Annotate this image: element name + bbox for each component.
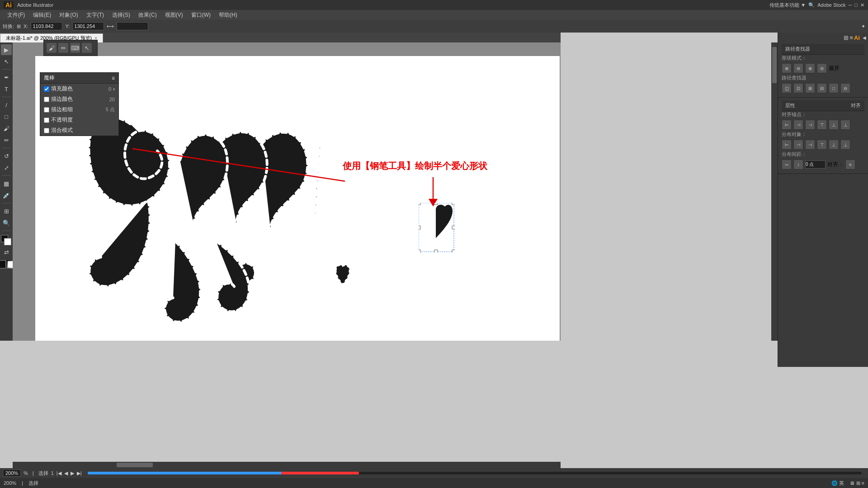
menu-effect[interactable]: 效果(C): [135, 10, 160, 20]
tool-pen[interactable]: ✒: [1, 72, 12, 83]
fill-color-checkbox[interactable]: [44, 86, 49, 92]
title-search[interactable]: 🔍: [808, 2, 815, 8]
shape-expand-btn[interactable]: 展开: [829, 65, 842, 72]
x-input[interactable]: [31, 22, 62, 30]
pf-crop-btn[interactable]: ⊟: [817, 83, 827, 93]
stroke-panel-expand[interactable]: ≡: [112, 75, 115, 81]
pf-divide-btn[interactable]: ◫: [782, 83, 792, 93]
pathfinder-header[interactable]: 路径查找器: [782, 44, 864, 55]
dist-center-v-btn[interactable]: ⊥: [829, 140, 839, 150]
tool-eyedropper[interactable]: 💉: [1, 190, 12, 201]
tool-zoom[interactable]: 🔍: [1, 217, 12, 228]
play-next[interactable]: ▶|: [77, 470, 82, 476]
align-top-btn[interactable]: ⊤: [817, 120, 827, 130]
tool-rotate[interactable]: ↺: [1, 150, 12, 161]
y-input[interactable]: [72, 22, 104, 30]
menu-help[interactable]: 帮助(H): [215, 10, 241, 20]
right-panel-grid-icon[interactable]: ⊞: [844, 34, 849, 41]
fill-color-label: 填充颜色: [51, 85, 91, 93]
opacity-checkbox[interactable]: [44, 117, 49, 123]
horizontal-scrollbar[interactable]: [13, 462, 561, 468]
right-panel-collapse[interactable]: ◀: [863, 35, 866, 40]
tool-line[interactable]: /: [1, 99, 12, 110]
stroke-panel-header[interactable]: 魔棒 ≡: [40, 73, 118, 84]
distribute-label: 分布对象：: [782, 131, 864, 138]
width-input[interactable]: [117, 22, 148, 30]
dist-spacing-h-btn[interactable]: ⇿: [782, 160, 792, 169]
dist-bottom-btn[interactable]: ⊥: [840, 140, 850, 150]
opacity-row: 不透明度: [40, 115, 118, 125]
pf-outline-btn[interactable]: □: [829, 83, 839, 93]
menu-window[interactable]: 窗口(W): [188, 10, 214, 20]
dist-right-btn[interactable]: ⊣: [805, 140, 815, 150]
dist-spacing-input[interactable]: [805, 160, 826, 169]
window-minimize[interactable]: ─: [849, 2, 852, 8]
right-panel-ai-icon[interactable]: Ai: [854, 34, 860, 41]
adobe-stock[interactable]: Adobe Stock: [817, 2, 845, 8]
tool-artboard[interactable]: ⊞: [1, 206, 12, 216]
align-header[interactable]: 层性 对齐: [782, 100, 864, 111]
tool-rect[interactable]: □: [1, 111, 12, 122]
h-scroll-thumb[interactable]: [117, 463, 153, 467]
half-heart-shape[interactable]: [419, 203, 455, 253]
distribute-spacing-buttons: ⇿ ↕ 对齐： ≡: [782, 160, 864, 169]
zoom-input[interactable]: [3, 469, 21, 477]
stroke-width-checkbox[interactable]: [44, 107, 49, 113]
shape-unite-btn[interactable]: ⊕: [782, 63, 792, 73]
bottom-toolbar: % | 选择 1 |◀ ◀ ▶ ▶|: [0, 468, 868, 478]
align-center-h-btn[interactable]: ⊣: [793, 120, 803, 130]
blend-label: 混合模式: [51, 127, 115, 134]
menu-edit[interactable]: 编辑(E): [29, 10, 55, 20]
shape-exclude-btn[interactable]: ⊘: [817, 63, 827, 73]
play-prev[interactable]: ◀: [64, 470, 68, 476]
tool-select[interactable]: ▶: [1, 44, 12, 55]
stroke-color-checkbox[interactable]: [44, 97, 49, 102]
tool-gradient[interactable]: ▦: [1, 178, 12, 189]
tool-brush[interactable]: 🖌: [1, 123, 12, 134]
tool-direct-select[interactable]: ↖: [1, 56, 12, 67]
menu-text[interactable]: 文字(T): [83, 10, 108, 20]
tool-type[interactable]: T: [1, 84, 12, 94]
timeline-bar[interactable]: [88, 472, 862, 474]
align-right-btn[interactable]: ⊣: [805, 120, 815, 130]
v-scroll-thumb[interactable]: [772, 47, 777, 83]
dist-center-h-btn[interactable]: ⊣: [793, 140, 803, 150]
menu-select[interactable]: 选择(S): [108, 10, 134, 20]
play-btn[interactable]: ▶: [71, 470, 74, 476]
window-close[interactable]: ✕: [860, 2, 864, 8]
dist-top-btn[interactable]: ⊤: [817, 140, 827, 150]
tool-pencil[interactable]: ✏: [1, 135, 12, 145]
toolbar-separator-5: [2, 203, 11, 203]
brush-tool-btn-1[interactable]: 🖌: [47, 43, 57, 53]
pf-merge-btn[interactable]: ⊞: [805, 83, 815, 93]
align-section: 层性 对齐 对齐锚点： ⊢ ⊣ ⊣ ⊤ ⊥ ⊥ 分布对象： ⊢ ⊣ ⊣ ⊤ ⊥ …: [778, 98, 868, 174]
fill-color-value: 0: [93, 86, 111, 92]
blend-checkbox[interactable]: [44, 128, 49, 133]
fill-swatch[interactable]: [1, 235, 12, 246]
vertical-scrollbar[interactable]: [771, 42, 778, 341]
artboard-label: 选择: [38, 470, 48, 477]
menu-file[interactable]: 文件(F): [4, 10, 28, 20]
right-panel-list-icon[interactable]: ≡: [849, 34, 853, 41]
dist-align-btn[interactable]: ≡: [845, 160, 855, 169]
align-left-btn[interactable]: ⊢: [782, 120, 792, 130]
shape-minus-btn[interactable]: ⊖: [793, 63, 803, 73]
dist-left-btn[interactable]: ⊢: [782, 140, 792, 150]
window-maximize[interactable]: □: [854, 2, 858, 8]
menu-view[interactable]: 视图(V): [161, 10, 187, 20]
tool-swap-colors[interactable]: ⇄: [1, 247, 12, 258]
dist-spacing-v-btn[interactable]: ↕: [793, 160, 803, 169]
shape-intersect-btn[interactable]: ⊗: [805, 63, 815, 73]
tool-scale[interactable]: ⤢: [1, 162, 12, 173]
brush-tool-btn-2[interactable]: ✏: [58, 43, 68, 53]
pf-minus-back-btn[interactable]: ⊖: [840, 83, 850, 93]
menu-object[interactable]: 对象(O): [56, 10, 81, 20]
brush-tool-btn-4[interactable]: ↖: [82, 43, 92, 53]
fill-color-solid[interactable]: [0, 260, 6, 268]
pf-trim-btn[interactable]: ⊡: [793, 83, 803, 93]
brush-tool-btn-3[interactable]: ⌨: [70, 43, 80, 53]
align-center-v-btn[interactable]: ⊥: [829, 120, 839, 130]
play-first[interactable]: |◀: [57, 470, 61, 476]
align-bottom-btn[interactable]: ⊥: [840, 120, 850, 130]
frame-label: 1: [51, 470, 54, 476]
